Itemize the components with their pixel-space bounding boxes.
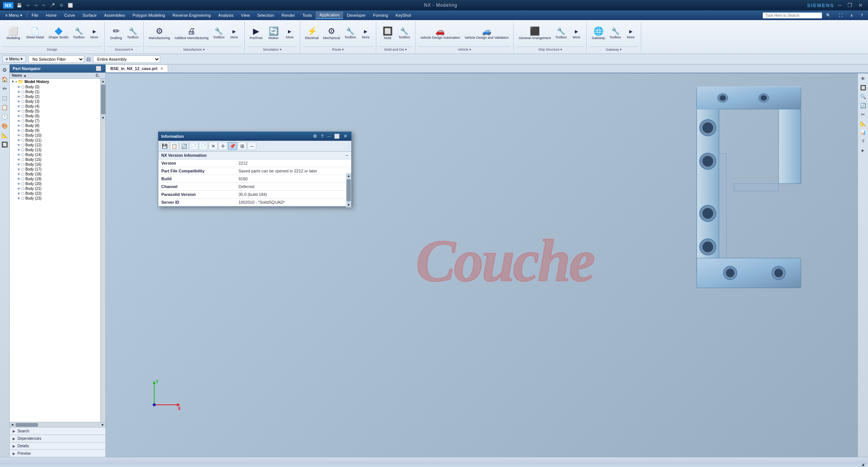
info-dock-btn[interactable]: ⊞ bbox=[238, 142, 247, 150]
tree-item[interactable]: 👁 ⬡ Body (3) bbox=[10, 99, 100, 104]
ribbon-btn-additive[interactable]: 🖨 Additive Manufacturing bbox=[172, 26, 210, 41]
tree-item[interactable]: 👁 ⬡ Body (0) bbox=[10, 85, 100, 89]
rs-more-btn[interactable]: ▸ bbox=[861, 146, 865, 154]
menu-reverse[interactable]: Reverse Engineering bbox=[169, 12, 215, 19]
ribbon-btn-mechanical[interactable]: ⚙ Mechanical bbox=[321, 26, 342, 41]
ribbon-btn-toolbox-doc[interactable]: 🔧 Toolbox bbox=[125, 27, 140, 41]
menu-keyshot[interactable]: KeyShot bbox=[392, 12, 415, 19]
tree-item[interactable]: 👁 ⬡ Body (18) bbox=[10, 172, 100, 177]
tree-item[interactable]: 👁 ⬡ Body (17) bbox=[10, 167, 100, 172]
menu-surface[interactable]: Surface bbox=[79, 12, 100, 19]
tree-hscroll[interactable]: ◄ ► bbox=[10, 422, 105, 427]
dlg-settings-btn[interactable]: ⚙ bbox=[312, 134, 318, 139]
ribbon-btn-more-sim[interactable]: ▸ More bbox=[283, 27, 297, 41]
rs-view-btn[interactable]: 👁 bbox=[859, 75, 867, 83]
dlg-maximize-btn[interactable]: ⬜ bbox=[333, 134, 341, 139]
tree-item[interactable]: 👁 ⬡ Body (7) bbox=[10, 118, 100, 123]
hscroll-thumb[interactable] bbox=[16, 423, 38, 427]
accordion-details[interactable]: ▶ Details bbox=[10, 442, 105, 449]
properties-lt-btn[interactable]: 📋 bbox=[0, 103, 9, 111]
save-icon[interactable]: 💾 bbox=[16, 3, 23, 8]
menu-analysis[interactable]: Analysis bbox=[215, 12, 237, 19]
ribbon-btn-gateway[interactable]: 🌐 Gateway bbox=[590, 26, 607, 41]
assembly-select[interactable]: Entire Assembly Work Part Only Work Part… bbox=[93, 55, 160, 63]
redo-icon[interactable]: ↪ bbox=[33, 3, 39, 8]
expand-btn[interactable]: ⛶ bbox=[835, 12, 846, 19]
tab-close-btn[interactable]: ✕ bbox=[160, 67, 163, 71]
tree-item[interactable]: 👁 ⬡ Body (23) bbox=[10, 196, 100, 201]
tree-item[interactable]: 👁 ⬡ Body (12) bbox=[10, 143, 100, 147]
tree-col-c[interactable]: C. bbox=[96, 73, 103, 77]
tree-item[interactable]: 👁 ⬡ Body (20) bbox=[10, 181, 100, 186]
snap-lt-btn[interactable]: 🔲 bbox=[0, 140, 9, 149]
menu-assemblies[interactable]: Assemblies bbox=[100, 12, 129, 19]
ribbon-btn-more-route[interactable]: ▸ More bbox=[359, 27, 373, 41]
ribbon-btn-more-mfg[interactable]: ▸ More bbox=[227, 27, 241, 41]
dlg-help-btn[interactable]: ? bbox=[320, 134, 324, 139]
tree-item[interactable]: 👁 ⬡ Body (2) bbox=[10, 94, 100, 99]
scroll-up-btn[interactable]: ▲ bbox=[101, 79, 105, 84]
tree-scrollbar[interactable]: ▲ ▼ bbox=[100, 79, 105, 422]
accordion-preview[interactable]: ▶ Preview bbox=[10, 449, 105, 457]
ribbon-btn-toolbox-mfg[interactable]: 🔧 Toolbox bbox=[211, 27, 226, 41]
rs-measure-btn[interactable]: 📐 bbox=[859, 120, 867, 127]
ribbon-btn-more-ship[interactable]: ▸ More bbox=[569, 27, 583, 41]
restore-button[interactable]: ❐ bbox=[845, 2, 855, 8]
mic-icon[interactable]: 🎤 bbox=[49, 3, 56, 8]
ribbon-btn-shape-studio[interactable]: 🔷 Shape Studio bbox=[47, 27, 70, 41]
info-refresh-btn[interactable]: 🔄 bbox=[180, 142, 189, 150]
rs-orient-btn[interactable]: 🔲 bbox=[859, 84, 867, 92]
ribbon-btn-toolbox-ship[interactable]: 🔧 Toolbox bbox=[553, 27, 568, 41]
pencil-lt-btn[interactable]: ✏ bbox=[1, 85, 8, 93]
minimize-ribbon-btn[interactable]: ∧ bbox=[846, 12, 857, 19]
search-btn[interactable]: 🔍 bbox=[822, 12, 835, 19]
tree-item[interactable]: 👁 ⬡ Body (8) bbox=[10, 123, 100, 128]
dlg-close-btn[interactable]: ✕ bbox=[342, 134, 348, 139]
color-lt-btn[interactable]: 🎨 bbox=[0, 122, 9, 130]
tree-item[interactable]: 👁 ⬡ Body (16) bbox=[10, 162, 100, 167]
tree-item[interactable]: 👁 ⬡ Body (19) bbox=[10, 177, 100, 181]
ribbon-btn-motion[interactable]: 🔄 Motion bbox=[265, 26, 282, 41]
measure-lt-btn[interactable]: 📐 bbox=[0, 131, 9, 139]
menu-application[interactable]: Application bbox=[316, 12, 343, 19]
viewport[interactable]: BSE_in_NX_12_case.prt ✕ Couche bbox=[106, 64, 868, 457]
ribbon-btn-electrical[interactable]: ⚡ Electrical bbox=[303, 26, 321, 41]
tree-item[interactable]: 👁 ⬡ Body (1) bbox=[10, 89, 100, 94]
menu-command-btn[interactable]: ≡ Menu ▾ bbox=[2, 55, 26, 63]
home-lt-btn[interactable]: 🏠 bbox=[0, 75, 9, 83]
clock-lt-btn[interactable]: 🕐 bbox=[0, 112, 9, 121]
ribbon-btn-modeling[interactable]: ⬜ Modeling bbox=[3, 26, 23, 41]
info-dialog-header[interactable]: Information ⚙ ? ─ ⬜ ✕ bbox=[158, 132, 351, 141]
scroll-thumb[interactable] bbox=[101, 85, 105, 114]
menu-developer[interactable]: Developer bbox=[343, 12, 369, 19]
ribbon-btn-toolbox-mold[interactable]: 🔧 Toolbox bbox=[397, 27, 412, 41]
info-scroll-down-btn[interactable]: ▼ bbox=[346, 202, 351, 207]
ribbon-btn-sheet-metal[interactable]: 📄 Sheet Metal bbox=[24, 27, 46, 41]
info-save-btn[interactable]: 💾 bbox=[160, 142, 169, 150]
ribbon-btn-drafting[interactable]: ✏ Drafting bbox=[108, 26, 124, 41]
scroll-down-btn[interactable]: ▼ bbox=[101, 115, 105, 120]
menu-home[interactable]: Home bbox=[42, 12, 60, 19]
menu-selection[interactable]: Selection bbox=[253, 12, 278, 19]
menu-view[interactable]: View bbox=[237, 12, 254, 19]
menu-forming[interactable]: Forming bbox=[369, 12, 392, 19]
tree-col-name[interactable]: Name ▲ bbox=[12, 73, 96, 77]
ribbon-btn-manufacturing[interactable]: ⚙ Manufacturing bbox=[147, 26, 172, 41]
rs-zoom-btn[interactable]: 🔍 bbox=[859, 93, 867, 101]
menu-curve[interactable]: Curve bbox=[60, 12, 79, 19]
tree-item[interactable]: 👁 ⬡ Body (13) bbox=[10, 147, 100, 152]
hscroll-right-btn[interactable]: ► bbox=[100, 423, 105, 427]
menu-render[interactable]: Render bbox=[278, 12, 299, 19]
tree-item[interactable]: 👁 ⬡ Body (21) bbox=[10, 186, 100, 191]
tree-content[interactable]: ▼ ● 📁 Model History 👁 ⬡ Body (0) 👁 ⬡ Bod… bbox=[10, 79, 100, 422]
help-btn[interactable]: ? bbox=[857, 12, 867, 19]
filter-icon[interactable]: ⊟ bbox=[86, 56, 91, 62]
undo-icon[interactable]: ↩ bbox=[25, 3, 31, 8]
info-add-btn[interactable]: ✛ bbox=[218, 142, 227, 150]
tree-item[interactable]: 👁 ⬡ Body (11) bbox=[10, 138, 100, 143]
info-dialog[interactable]: Information ⚙ ? ─ ⬜ ✕ 💾 📋 🔄 📄 📄 ✕ ✛ 📌 ⊞ bbox=[158, 131, 352, 207]
info-scroll-up-btn[interactable]: ▲ bbox=[346, 173, 351, 178]
viewport-tab-main[interactable]: BSE_in_NX_12_case.prt ✕ bbox=[106, 65, 168, 72]
info-scroll-thumb[interactable] bbox=[346, 179, 351, 201]
resize-handle[interactable]: ◢ bbox=[861, 462, 864, 466]
